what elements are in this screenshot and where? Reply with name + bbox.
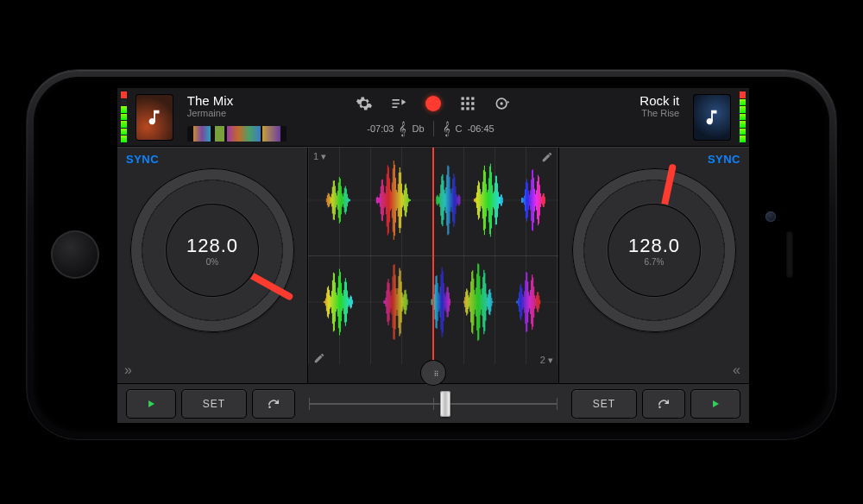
treble-clef-icon: 𝄞 bbox=[443, 122, 450, 136]
sync-button-b[interactable]: SYNC bbox=[708, 153, 740, 166]
key-b[interactable]: C bbox=[456, 123, 463, 134]
bpm-b[interactable]: 128.0 bbox=[628, 235, 680, 257]
time-remaining-b: -06:45 bbox=[467, 123, 494, 134]
cue-jump-button-a[interactable] bbox=[252, 389, 295, 419]
track-info-a[interactable]: The Mix Jermaine bbox=[179, 88, 295, 146]
cue-jump-icon bbox=[266, 396, 281, 412]
svg-point-2 bbox=[268, 406, 270, 408]
record-icon bbox=[425, 96, 441, 111]
automix-button[interactable] bbox=[493, 94, 512, 113]
settings-button[interactable] bbox=[355, 94, 374, 113]
treble-clef-icon: 𝄞 bbox=[399, 122, 406, 136]
phone-frame: The Mix Jermaine bbox=[26, 69, 837, 440]
panel-expand-a[interactable]: » bbox=[124, 362, 134, 378]
cue-jump-icon bbox=[656, 396, 671, 412]
crossfader-icon bbox=[427, 367, 439, 379]
cue-jump-button-b[interactable] bbox=[642, 389, 685, 419]
waveform-view[interactable]: 1 ▾ 2 ▾ bbox=[307, 148, 559, 383]
cue-set-button-a[interactable]: SET bbox=[181, 389, 247, 419]
pitch-b: 6.7% bbox=[645, 257, 665, 267]
crossfader-track bbox=[309, 403, 557, 405]
sync-button-a[interactable]: SYNC bbox=[126, 153, 159, 166]
deck-b: SYNC 128.0 6.7% « bbox=[559, 148, 749, 383]
track-info-b[interactable]: Rock it The Rise bbox=[572, 88, 689, 146]
jog-wheel-b[interactable]: 128.0 6.7% bbox=[572, 168, 736, 332]
crossfader-knob[interactable] bbox=[440, 391, 450, 417]
sampler-button[interactable] bbox=[458, 94, 477, 113]
jog-hub-a: 128.0 0% bbox=[166, 204, 259, 297]
cue-set-button-b[interactable]: SET bbox=[571, 389, 637, 419]
jog-hub-b: 128.0 6.7% bbox=[608, 204, 701, 297]
svg-point-1 bbox=[501, 102, 503, 104]
time-remaining-a: -07:03 bbox=[367, 123, 394, 134]
record-button[interactable] bbox=[424, 94, 443, 113]
crossfader[interactable] bbox=[300, 384, 566, 423]
pencil-icon[interactable] bbox=[313, 352, 325, 364]
crossfader-mode-button[interactable] bbox=[421, 361, 445, 385]
app-screen: The Mix Jermaine bbox=[117, 87, 750, 424]
front-camera bbox=[765, 211, 776, 222]
play-icon bbox=[145, 398, 157, 410]
decks-area: SYNC 128.0 0% » 1 ▾ 2 ▾ bbox=[117, 147, 749, 383]
bpm-a[interactable]: 128.0 bbox=[186, 235, 238, 257]
track-title-a: The Mix bbox=[187, 93, 287, 108]
track-artist-b: The Rise bbox=[641, 108, 679, 119]
queue-playlist-icon bbox=[390, 95, 407, 112]
music-note-icon bbox=[702, 108, 721, 127]
key-a[interactable]: Db bbox=[412, 123, 424, 134]
album-art-a[interactable] bbox=[135, 94, 173, 141]
play-button-a[interactable] bbox=[126, 389, 176, 419]
pitch-a: 0% bbox=[206, 257, 218, 267]
album-art-b[interactable] bbox=[693, 94, 731, 141]
sampler-grid-icon bbox=[459, 95, 476, 112]
track-artist-a: Jermaine bbox=[187, 108, 287, 119]
jog-wheel-a[interactable]: 128.0 0% bbox=[130, 168, 294, 332]
gear-icon bbox=[356, 95, 373, 112]
top-bar: The Mix Jermaine bbox=[117, 88, 749, 147]
center-toolbar: -07:03 𝄞 Db 𝄞 C -06:45 bbox=[295, 88, 572, 146]
play-button-b[interactable] bbox=[690, 389, 740, 419]
play-icon bbox=[709, 398, 721, 410]
music-note-icon bbox=[145, 108, 164, 127]
phone-speaker bbox=[786, 231, 793, 278]
track-title-b: Rock it bbox=[639, 93, 679, 108]
track-overview-a[interactable] bbox=[187, 126, 287, 142]
queue-button[interactable] bbox=[389, 94, 408, 113]
home-button[interactable] bbox=[51, 230, 99, 279]
svg-point-3 bbox=[658, 406, 660, 408]
automix-icon bbox=[494, 95, 511, 112]
panel-expand-b[interactable]: « bbox=[733, 362, 742, 378]
deck-a: SYNC 128.0 0% » bbox=[117, 148, 307, 383]
transport-bar: SET SET bbox=[117, 383, 749, 423]
level-meter-b bbox=[740, 91, 746, 142]
lane-label-2[interactable]: 2 ▾ bbox=[540, 355, 553, 366]
level-meter-a bbox=[121, 91, 127, 142]
